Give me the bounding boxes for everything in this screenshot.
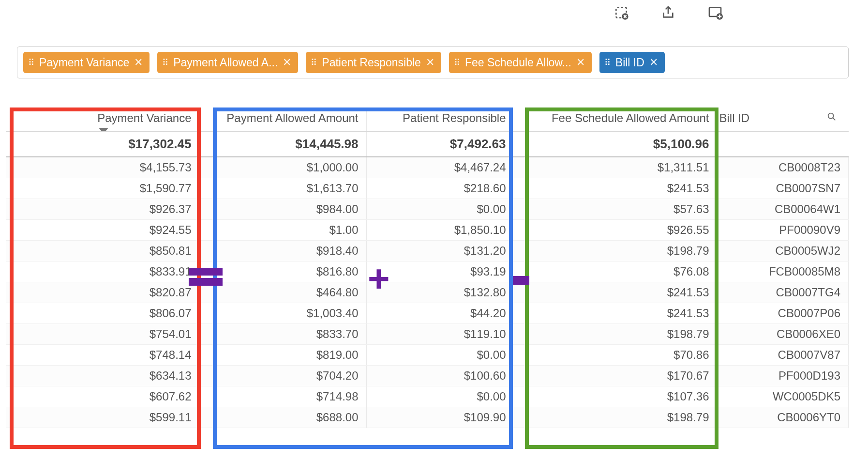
cell-bill-id: CB0006XE0 [717, 324, 849, 345]
cell-fee-schedule: $198.79 [514, 324, 717, 345]
cell-payment-allowed: $819.00 [199, 345, 366, 366]
cell-payment-variance: $599.11 [6, 407, 199, 428]
cell-patient-responsible: $93.19 [366, 261, 514, 282]
cell-payment-variance: $926.37 [6, 199, 199, 220]
share-icon[interactable] [660, 5, 676, 20]
cell-bill-id: CB00064W1 [717, 199, 849, 220]
table-row[interactable]: $599.11$688.00$109.90$198.79CB0006YT0 [6, 407, 849, 428]
filter-chip[interactable]: ⠿Payment Variance✕ [23, 52, 150, 73]
cell-fee-schedule: $926.55 [514, 220, 717, 241]
table-row[interactable]: $607.62$714.98$0.00$107.36WC0005DK5 [6, 386, 849, 407]
chip-remove-icon[interactable]: ✕ [576, 56, 585, 69]
chip-remove-icon[interactable]: ✕ [283, 56, 291, 69]
cell-payment-allowed: $833.70 [199, 324, 366, 345]
table-row[interactable]: $924.55$1.00$1,850.10$926.55PF00090V9 [6, 220, 849, 241]
table-row[interactable]: $634.13$704.20$100.60$170.67PF000D193 [6, 366, 849, 386]
clear-selection-icon[interactable] [614, 5, 629, 20]
table-row[interactable]: $833.91$816.80$93.19$76.08FCB00085M8 [6, 261, 849, 282]
table-row[interactable]: $926.37$984.00$0.00$57.63CB00064W1 [6, 199, 849, 220]
cell-fee-schedule: $198.79 [514, 241, 717, 261]
drag-grip-icon[interactable]: ⠿ [28, 57, 34, 68]
column-chip-bar[interactable]: ⠿Payment Variance✕⠿Payment Allowed A...✕… [17, 46, 849, 78]
cell-fee-schedule: $70.86 [514, 345, 717, 366]
cell-payment-variance: $833.91 [6, 261, 199, 282]
table-row[interactable]: $748.14$819.00$0.00$70.86CB0007V87 [6, 345, 849, 366]
cell-patient-responsible: $100.60 [366, 366, 514, 386]
filter-chip[interactable]: ⠿Bill ID✕ [599, 52, 665, 73]
chip-remove-icon[interactable]: ✕ [649, 56, 658, 69]
table-row[interactable]: $806.07$1,003.40$44.20$241.53CB0007P06 [6, 303, 849, 324]
total-patient-responsible: $7,492.63 [366, 131, 514, 157]
table-totals-row: $17,302.45 $14,445.98 $7,492.63 $5,100.9… [6, 131, 849, 157]
cell-fee-schedule: $241.53 [514, 282, 717, 303]
chip-label: Bill ID [615, 56, 644, 69]
col-header-payment-variance[interactable]: Payment Variance [6, 108, 199, 131]
cell-bill-id: CB0007V87 [717, 345, 849, 366]
filter-chip[interactable]: ⠿Payment Allowed A...✕ [157, 52, 298, 73]
col-header-bill-id[interactable]: Bill ID [717, 108, 849, 131]
chip-remove-icon[interactable]: ✕ [134, 56, 143, 69]
cell-bill-id: PF000D193 [717, 366, 849, 386]
table-row[interactable]: $820.87$464.80$132.80$241.53CB0007TG4 [6, 282, 849, 303]
cell-patient-responsible: $131.20 [366, 241, 514, 261]
total-fee-schedule: $5,100.96 [514, 131, 717, 157]
cell-payment-allowed: $704.20 [199, 366, 366, 386]
drag-grip-icon[interactable]: ⠿ [311, 57, 317, 68]
col-header-payment-allowed[interactable]: Payment Allowed Amount [199, 108, 366, 131]
col-header-label: Payment Allowed Amount [226, 111, 358, 124]
cell-patient-responsible: $0.00 [366, 199, 514, 220]
drag-grip-icon[interactable]: ⠿ [162, 57, 168, 68]
cell-fee-schedule: $57.63 [514, 199, 717, 220]
cell-patient-responsible: $109.90 [366, 407, 514, 428]
total-payment-variance: $17,302.45 [6, 131, 199, 157]
cell-patient-responsible: $0.00 [366, 345, 514, 366]
cell-fee-schedule: $170.67 [514, 366, 717, 386]
col-header-fee-schedule[interactable]: Fee Schedule Allowed Amount [514, 108, 717, 131]
chip-label: Payment Allowed A... [173, 56, 278, 69]
cell-fee-schedule: $241.53 [514, 303, 717, 324]
svg-point-4 [828, 113, 833, 119]
cell-payment-variance: $806.07 [6, 303, 199, 324]
cell-payment-variance: $748.14 [6, 345, 199, 366]
cell-bill-id: WC0005DK5 [717, 386, 849, 407]
cell-payment-allowed: $1,000.00 [199, 157, 366, 178]
cell-bill-id: FCB00085M8 [717, 261, 849, 282]
total-bill-id [717, 131, 849, 157]
add-panel-icon[interactable] [707, 5, 723, 20]
cell-payment-allowed: $688.00 [199, 407, 366, 428]
table-row[interactable]: $4,155.73$1,000.00$4,467.24$1,311.51CB00… [6, 157, 849, 178]
chip-label: Payment Variance [39, 56, 129, 69]
table-row[interactable]: $850.81$918.40$131.20$198.79CB0005WJ2 [6, 241, 849, 261]
col-header-patient-responsible[interactable]: Patient Responsible [366, 108, 514, 131]
col-header-label: Fee Schedule Allowed Amount [552, 111, 709, 124]
data-table: Payment Variance Payment Allowed Amount … [6, 108, 849, 428]
cell-payment-allowed: $918.40 [199, 241, 366, 261]
cell-bill-id: CB0006YT0 [717, 407, 849, 428]
search-icon[interactable] [826, 111, 837, 125]
cell-payment-variance: $607.62 [6, 386, 199, 407]
cell-fee-schedule: $241.53 [514, 178, 717, 199]
cell-fee-schedule: $76.08 [514, 261, 717, 282]
chip-remove-icon[interactable]: ✕ [426, 56, 434, 69]
cell-patient-responsible: $1,850.10 [366, 220, 514, 241]
table-row[interactable]: $754.01$833.70$119.10$198.79CB0006XE0 [6, 324, 849, 345]
cell-payment-allowed: $1.00 [199, 220, 366, 241]
chip-label: Patient Responsible [322, 56, 421, 69]
data-grid: Payment Variance Payment Allowed Amount … [6, 108, 849, 449]
cell-payment-allowed: $464.80 [199, 282, 366, 303]
filter-chip[interactable]: ⠿Patient Responsible✕ [306, 52, 441, 73]
cell-payment-allowed: $984.00 [199, 199, 366, 220]
drag-grip-icon[interactable]: ⠿ [604, 57, 611, 68]
cell-bill-id: PF00090V9 [717, 220, 849, 241]
cell-patient-responsible: $44.20 [366, 303, 514, 324]
cell-payment-allowed: $1,613.70 [199, 178, 366, 199]
table-row[interactable]: $1,590.77$1,613.70$218.60$241.53CB0007SN… [6, 178, 849, 199]
filter-chip[interactable]: ⠿Fee Schedule Allow...✕ [449, 52, 592, 73]
toolbar-icons [614, 5, 723, 20]
cell-fee-schedule: $107.36 [514, 386, 717, 407]
cell-patient-responsible: $4,467.24 [366, 157, 514, 178]
drag-grip-icon[interactable]: ⠿ [454, 57, 460, 68]
cell-payment-variance: $1,590.77 [6, 178, 199, 199]
cell-payment-variance: $850.81 [6, 241, 199, 261]
cell-payment-allowed: $714.98 [199, 386, 366, 407]
